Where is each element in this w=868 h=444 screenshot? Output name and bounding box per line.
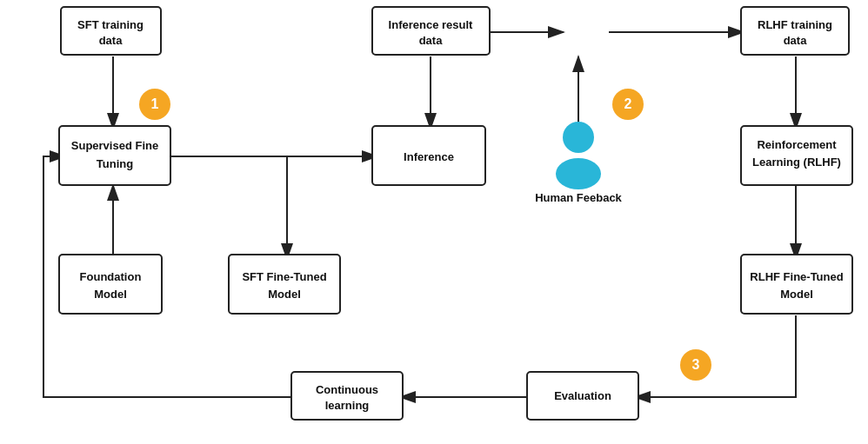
rlhf-model-label1: RLHF Fine-Tuned — [750, 270, 843, 283]
sft-model-label1: SFT Fine-Tuned — [242, 270, 326, 283]
arrow-sft-model-to-inference — [287, 156, 377, 259]
sft-label1: Supervised Fine — [71, 139, 158, 152]
human-feedback-label: Human Feeback — [535, 191, 622, 204]
badge-3-label: 3 — [692, 357, 700, 372]
badge-1-label: 1 — [151, 96, 159, 111]
evaluation-label: Evaluation — [554, 389, 611, 402]
continuous-label1: Continuous — [316, 383, 378, 396]
sft-box — [59, 126, 170, 185]
foundation-label1: Foundation — [80, 270, 142, 283]
rlhf-model-label2: Model — [780, 288, 813, 301]
sft-training-data-label: SFT training — [77, 18, 144, 31]
human-icon-head — [563, 122, 594, 153]
inference-label: Inference — [404, 150, 454, 163]
sft-model-label2: Model — [268, 288, 301, 301]
badge-2-label: 2 — [624, 96, 632, 111]
sft-label2: Tuning — [97, 157, 133, 170]
rl-label2: Learning (RLHF) — [752, 156, 841, 169]
arrow-rlhf-model-to-eval — [635, 315, 796, 397]
arrow-sft-to-sft-model — [170, 156, 287, 259]
rlhf-model-box — [741, 255, 852, 314]
continuous-label2: learning — [325, 399, 370, 412]
sft-model-box — [229, 255, 340, 314]
rlhf-training-label2: data — [784, 34, 808, 47]
inference-result-label2: data — [419, 34, 444, 47]
inference-result-label1: Inference result — [389, 18, 473, 31]
diagram: SFT training data Supervised Fine Tuning… — [0, 0, 868, 444]
sft-training-data-label2: data — [99, 34, 124, 47]
rl-label1: Reinforcement — [757, 138, 837, 151]
rlhf-training-label1: RLHF training — [758, 18, 832, 31]
foundation-label2: Model — [94, 288, 127, 301]
human-icon-body — [556, 158, 601, 189]
foundation-box — [59, 255, 162, 314]
